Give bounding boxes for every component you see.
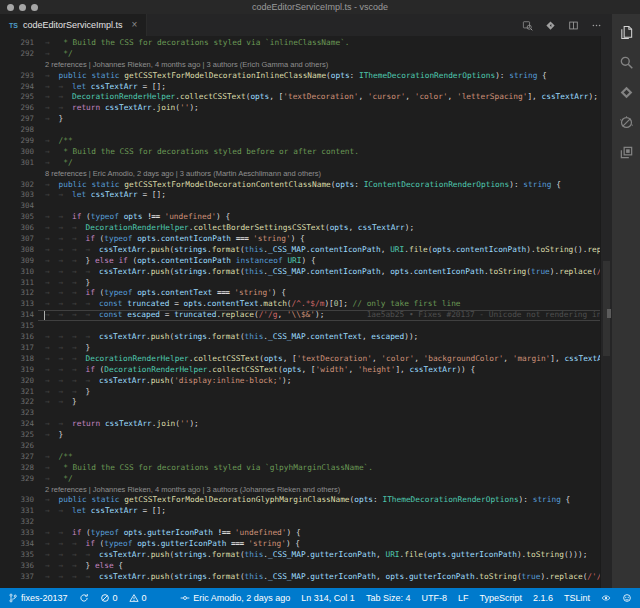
line-number[interactable]: 311	[0, 278, 34, 289]
code-line[interactable]: 335→→→→cssTextArr.push(strings.format(th…	[0, 550, 600, 561]
code-line[interactable]: 300→ * Build the CSS for decorations sty…	[0, 147, 600, 158]
status-typescript-version[interactable]: 2.1.6	[533, 593, 553, 603]
line-number[interactable]: 307	[0, 234, 34, 245]
status-git-branch[interactable]: fixes-20137	[8, 593, 68, 603]
code-line[interactable]: 326	[0, 441, 600, 452]
code-line[interactable]: 334→→→if (typeof opts.gutterIconPath ===…	[0, 539, 600, 550]
line-number[interactable]: 300	[0, 147, 34, 158]
code-line[interactable]: 291→ * Build the CSS for decorations sty…	[0, 38, 600, 49]
line-number[interactable]: 331	[0, 506, 34, 517]
codelens-text[interactable]: 2 references | Johannes Rieken, 4 months…	[34, 485, 340, 496]
line-number[interactable]: 302	[0, 180, 34, 191]
line-number[interactable]: 327	[0, 452, 34, 463]
status-tab-size[interactable]: Tab Size: 4	[366, 593, 411, 603]
source-control-icon[interactable]	[617, 83, 635, 101]
line-number[interactable]: 324	[0, 419, 34, 430]
line-number[interactable]: 306	[0, 223, 34, 234]
scrollbar[interactable]	[600, 36, 612, 588]
code-line[interactable]: 294→→let cssTextArr = [];	[0, 82, 600, 93]
status-gitlens-blame[interactable]: Eric Amodio, 2 days ago	[180, 593, 290, 603]
minimize-button[interactable]	[19, 4, 26, 11]
code-line[interactable]: 313→→→→const truncated = opts.contentTex…	[0, 299, 600, 310]
line-number[interactable]: 295	[0, 92, 34, 103]
code-editor[interactable]: 291→ * Build the CSS for decorations sty…	[0, 36, 612, 588]
line-number[interactable]: 317	[0, 343, 34, 354]
code-line[interactable]: 321→→→}	[0, 387, 600, 398]
code-line[interactable]: 322→→}	[0, 397, 600, 408]
code-line[interactable]: 293→public static getCSSTextForModelDeco…	[0, 71, 600, 82]
code-line[interactable]: 317→→→}	[0, 343, 600, 354]
line-number[interactable]: 334	[0, 539, 34, 550]
status-cursor-position[interactable]: Ln 314, Col 1	[301, 593, 355, 603]
code-line[interactable]: 314→→→→const escaped = truncated.replace…	[0, 310, 600, 321]
code-line[interactable]: 323	[0, 408, 600, 419]
line-number[interactable]: 335	[0, 550, 34, 561]
tab-close-icon[interactable]: ×	[132, 20, 138, 30]
code-line[interactable]: 306→→→DecorationRenderHelper.collectBord…	[0, 223, 600, 234]
code-line[interactable]: 297→}	[0, 114, 600, 125]
line-number[interactable]: 298	[0, 125, 34, 136]
gitlens-compare-icon[interactable]	[544, 19, 556, 31]
status-language-mode[interactable]: TypeScript	[479, 593, 522, 603]
code-line[interactable]: 299→/**	[0, 136, 600, 147]
debug-icon[interactable]	[617, 113, 635, 131]
code-line[interactable]: 309→→→} else if (opts.contentIconPath in…	[0, 256, 600, 267]
extensions-icon[interactable]	[617, 143, 635, 161]
split-editor-icon[interactable]	[567, 19, 579, 31]
zoom-button[interactable]	[31, 4, 38, 11]
line-number[interactable]: 308	[0, 245, 34, 256]
status-watch[interactable]	[601, 593, 611, 603]
codelens-row[interactable]: 2 references | Johannes Rieken, 4 months…	[0, 485, 600, 496]
line-number[interactable]: 315	[0, 321, 34, 332]
code-line[interactable]: 301→ */	[0, 158, 600, 169]
codelens-text[interactable]: 2 references | Johannes Rieken, 4 months…	[34, 60, 328, 71]
line-number[interactable]: 312	[0, 288, 34, 299]
line-number[interactable]: 330	[0, 495, 34, 506]
code-line[interactable]: 296→→return cssTextArr.join('');	[0, 103, 600, 114]
status-sync[interactable]	[79, 593, 89, 603]
code-line[interactable]: 304	[0, 201, 600, 212]
line-number[interactable]: 323	[0, 408, 34, 419]
line-number[interactable]: 321	[0, 387, 34, 398]
code-line[interactable]: 336→→→} else {	[0, 561, 600, 572]
line-number[interactable]: 318	[0, 354, 34, 365]
line-number[interactable]: 291	[0, 38, 34, 49]
line-number[interactable]: 309	[0, 256, 34, 267]
code-line[interactable]: 311→→→}	[0, 278, 600, 289]
line-number[interactable]: 328	[0, 463, 34, 474]
line-number[interactable]: 297	[0, 114, 34, 125]
line-number[interactable]: 305	[0, 212, 34, 223]
more-actions-icon[interactable]	[590, 19, 602, 31]
code-line[interactable]: 292→ */	[0, 49, 600, 60]
code-line[interactable]: 310→→→→cssTextArr.push(strings.format(th…	[0, 267, 600, 278]
codelens-row[interactable]: 8 references | Eric Amodio, 2 days ago |…	[0, 169, 600, 180]
code-line[interactable]: 327→/**	[0, 452, 600, 463]
line-number[interactable]: 293	[0, 71, 34, 82]
code-line[interactable]: 332	[0, 517, 600, 528]
line-number[interactable]: 336	[0, 561, 34, 572]
code-line[interactable]: 305→→if (typeof opts !== 'undefined') {	[0, 212, 600, 223]
line-number[interactable]: 299	[0, 136, 34, 147]
search-icon[interactable]	[617, 53, 635, 71]
code-line[interactable]: 320→→→→cssTextArr.push('display:inline-b…	[0, 376, 600, 387]
code-line[interactable]: 316→→→→cssTextArr.push(strings.format(th…	[0, 332, 600, 343]
tab-codeEditorServiceImpl[interactable]: TS codeEditorServiceImpl.ts ×	[0, 14, 147, 36]
code-line[interactable]: 308→→→→cssTextArr.push(strings.format(th…	[0, 245, 600, 256]
code-line[interactable]: 331→→let cssTextArr = [];	[0, 506, 600, 517]
open-preview-icon[interactable]	[521, 19, 533, 31]
line-number[interactable]: 301	[0, 158, 34, 169]
files-icon[interactable]	[617, 23, 635, 41]
code-line[interactable]: 303→→let cssTextArr = [];	[0, 190, 600, 201]
status-eol[interactable]: LF	[458, 593, 469, 603]
line-number[interactable]: 303	[0, 190, 34, 201]
code-line[interactable]: 298	[0, 125, 600, 136]
line-number[interactable]: 304	[0, 201, 34, 212]
line-number[interactable]: 322	[0, 397, 34, 408]
status-warnings[interactable]: 0	[129, 593, 147, 603]
code-line[interactable]: 307→→→if (typeof opts.contentIconPath ==…	[0, 234, 600, 245]
codelens-row[interactable]: 2 references | Johannes Rieken, 4 months…	[0, 60, 600, 71]
status-errors[interactable]: 0	[100, 593, 118, 603]
line-number[interactable]: 294	[0, 82, 34, 93]
code-line[interactable]: 325→}	[0, 430, 600, 441]
code-line[interactable]: 302→public static getCSSTextForModelDeco…	[0, 180, 600, 191]
